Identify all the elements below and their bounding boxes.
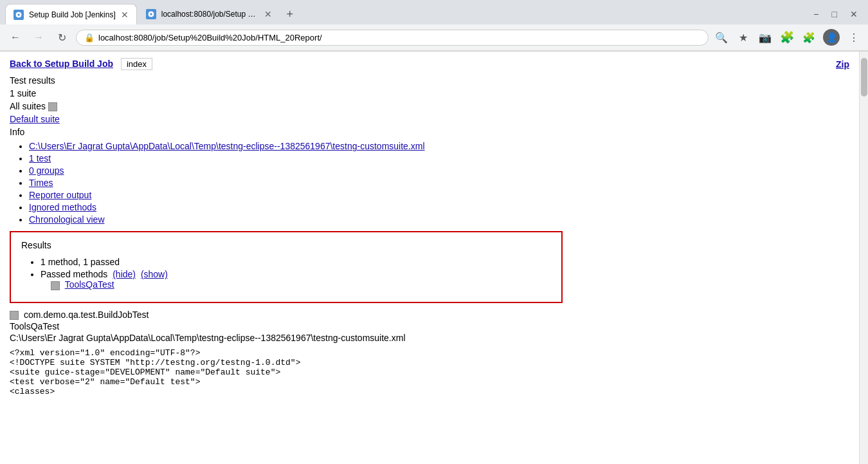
toolbar: ← → ↻ 🔒 🔍 ★ 📷 🧩 🧩 👤 ⋮ [0,24,868,51]
toolbar-right: 🔍 ★ 📷 🧩 🧩 👤 ⋮ [714,29,862,46]
scrollbar[interactable] [859,51,868,464]
maximize-button[interactable]: □ [832,9,837,19]
results-box: Results 1 method, 1 passed Passed method… [10,231,563,302]
tools-qa-icon [51,281,60,290]
tools-qa-test-row: ToolsQaTest [51,279,114,290]
all-suites-icon [48,102,57,111]
xml-line-5: <classes> [10,387,849,396]
all-suites-label: All suites [10,101,46,111]
page-header-row: Back to Setup Build Job index Zip [10,58,849,70]
profile-icon[interactable]: 👤 [823,29,840,46]
info-label: Info [10,127,849,137]
results-title: Results [21,240,551,250]
forward-button[interactable]: → [30,28,48,46]
page-wrapper: Back to Setup Build Job index Zip Test r… [0,51,868,464]
xml-path-row: C:\Users\Er Jagrat Gupta\AppData\Local\T… [10,333,849,343]
results-list: 1 method, 1 passed Passed methods (hide)… [41,257,551,290]
back-button[interactable]: ← [6,28,24,46]
tab-1-close[interactable]: ✕ [121,10,129,20]
suite-count-label: 1 suite [10,88,849,98]
page-content: Back to Setup Build Job index Zip Test r… [0,51,859,464]
new-tab-button[interactable]: + [281,5,299,23]
menu-icon[interactable]: ⋮ [846,30,862,45]
url-input[interactable] [98,33,700,42]
extension-icon-1[interactable]: 🧩 [779,30,795,45]
xml-line-3: <suite guice-stage="DEVELOPMENT" name="D… [10,367,849,377]
all-suites-row: All suites [10,101,849,111]
xml-line-1: <?xml version="1.0" encoding="UTF-8"?> [10,348,849,358]
test-name-row: ToolsQaTest [10,321,849,331]
suite-xml-link[interactable]: C:\Users\Er Jagrat Gupta\AppData\Local\T… [29,141,425,151]
index-button[interactable]: index [121,58,152,70]
search-icon[interactable]: 🔍 [714,30,729,45]
class-path-text: com.demo.qa.test.BuildJobTest [24,310,149,320]
tab-2-favicon [146,9,156,19]
tools-qa-test-link[interactable]: ToolsQaTest [65,279,114,290]
reporter-output-link[interactable]: Reporter output [29,190,91,200]
hide-link[interactable]: (hide) [113,269,136,279]
xml-code-block: <?xml version="1.0" encoding="UTF-8"?> <… [10,348,849,396]
tab-2-title: localhost:8080/job/Setup Build J... [161,10,259,19]
test-results-label: Test results [10,75,849,86]
browser-chrome: Setup Build Job [Jenkins] ✕ localhost:80… [0,0,868,51]
tab-1-title: Setup Build Job [Jenkins] [29,10,116,19]
chronological-view-link[interactable]: Chronological view [29,214,105,225]
bookmark-icon[interactable]: ★ [736,30,751,45]
window-controls: − □ ✕ [813,9,863,19]
tab-1-favicon [14,10,24,20]
passed-methods-label: Passed methods [41,269,107,279]
address-bar[interactable]: 🔒 [76,30,709,46]
xml-line-2: <!DOCTYPE suite SYSTEM "http://testng.or… [10,358,849,367]
ignored-methods-link[interactable]: Ignored methods [29,202,96,212]
close-button[interactable]: ✕ [850,9,858,19]
tab-2[interactable]: localhost:8080/job/Setup Build J... ✕ [138,4,280,24]
info-links-list: C:\Users\Er Jagrat Gupta\AppData\Local\T… [29,141,849,225]
xml-line-4: <test verbose="2" name="Default test"> [10,377,849,387]
reload-button[interactable]: ↻ [53,28,71,46]
class-path-row: com.demo.qa.test.BuildJobTest [10,310,849,320]
tab-2-close[interactable]: ✕ [264,9,272,19]
tab-1[interactable]: Setup Build Job [Jenkins] ✕ [5,4,137,24]
scrollbar-thumb[interactable] [861,58,867,97]
zip-link[interactable]: Zip [836,59,849,70]
extension-icon-2[interactable]: 🧩 [801,30,817,45]
back-to-job-link[interactable]: Back to Setup Build Job [10,59,113,69]
test-count-link[interactable]: 1 test [29,153,51,163]
passed-methods-item: Passed methods (hide) (show) ToolsQaTest [41,269,551,290]
default-suite-link[interactable]: Default suite [10,114,60,124]
title-bar: Setup Build Job [Jenkins] ✕ localhost:80… [0,0,868,24]
lock-icon: 🔒 [84,33,95,42]
class-icon [10,311,19,320]
minimize-button[interactable]: − [813,9,818,19]
method-count-item: 1 method, 1 passed [41,257,551,267]
groups-link[interactable]: 0 groups [29,165,64,176]
screenshot-icon[interactable]: 📷 [757,30,773,45]
header-left: Back to Setup Build Job index [10,58,152,70]
show-link[interactable]: (show) [141,269,168,279]
times-link[interactable]: Times [29,178,53,188]
